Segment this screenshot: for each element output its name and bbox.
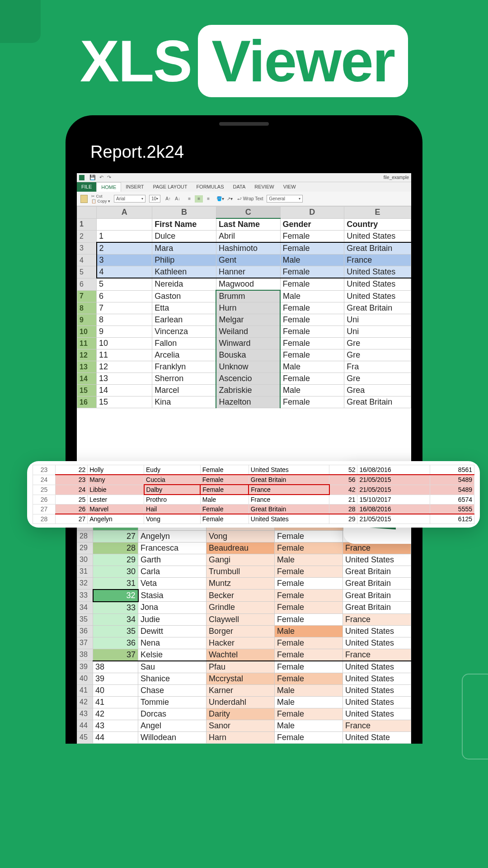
table-row[interactable]: 3938SauPfauFemaleUnited States	[77, 661, 411, 673]
table-row[interactable]: 4342DorcasDarityFemaleUnited States	[77, 708, 411, 720]
table-row[interactable]: 3029GarthGangiMaleUnited States	[77, 554, 411, 566]
title-viewer: Viewer	[198, 25, 408, 97]
ribbon-tabs: FILE HOME INSERT PAGE LAYOUT FORMULAS DA…	[77, 182, 411, 192]
table-row[interactable]: 1615KinaHazeltonFemaleGreat Britain	[77, 396, 411, 408]
bg-corner-accent	[0, 0, 41, 43]
quick-access-toolbar: 💾 ↶ ↷	[79, 175, 111, 180]
title-xls: XLS	[80, 28, 192, 94]
font-size-select[interactable]: 10	[149, 195, 160, 203]
col-header-e[interactable]: E	[344, 207, 411, 219]
table-row[interactable]: 2524LibbieDalbyFemaleFrance4221/05/20155…	[33, 485, 474, 495]
bg-ghost-outline	[462, 674, 488, 760]
excel-app: 💾 ↶ ↷ file_example FILE HOME INSERT PAGE…	[77, 173, 411, 744]
increase-font-icon[interactable]: A↑	[164, 195, 172, 203]
table-row[interactable]: 1413SherronAscencioFemaleGre	[77, 373, 411, 385]
col-header-b[interactable]: B	[152, 207, 216, 219]
table-row[interactable]: 2322HollyEudyFemaleUnited States5216/08/…	[33, 465, 474, 475]
table-row[interactable]: 4443AngelSanorMaleFrance	[77, 720, 411, 731]
paste-button[interactable]	[80, 195, 88, 203]
table-row[interactable]: 98EarleanMelgarFemaleUni	[77, 314, 411, 326]
table-row[interactable]: 2726MarvelHailFemaleGreat Britain2816/08…	[33, 505, 474, 514]
column-headers: A B C D E	[77, 207, 411, 219]
table-row[interactable]: 3231VetaMuntzFemaleGreat Britain	[77, 577, 411, 590]
table-row[interactable]: 4544WillodeanHarnFemaleUnited State	[77, 731, 411, 743]
table-row[interactable]: 3837KelsieWachtelFemaleFrance	[77, 649, 411, 661]
table-row[interactable]: 76GastonBrummMaleUnited States	[77, 290, 411, 302]
ribbon-tab-review[interactable]: REVIEW	[250, 182, 278, 192]
table-row[interactable]: 4039ShaniceMccrystalFemaleUnited States	[77, 673, 411, 684]
table-row[interactable]: 2827AngelynVongFemaleUnited States2921/0…	[33, 514, 474, 524]
phone-screen: Report.2k24 💾 ↶ ↷ file_example FILE HOME…	[77, 127, 411, 744]
number-format-select[interactable]: General	[267, 195, 303, 203]
table-row[interactable]: 2423ManyCucciaFemaleGreat Britain5621/05…	[33, 475, 474, 485]
table-row[interactable]: 1514MarcelZabriskieMaleGrea	[77, 385, 411, 396]
table-row[interactable]: 3130CarlaTrumbullFemaleGreat Britain	[77, 566, 411, 577]
fill-color-icon[interactable]: 🪣▾	[216, 195, 224, 203]
wrap-text-button[interactable]: ⮐ Wrap Text	[237, 196, 263, 201]
table-row[interactable]: 3433JonaGrindleFemaleGreat Britain	[77, 602, 411, 614]
file-title: Report.2k24	[77, 127, 411, 173]
table-row[interactable]: 1211ArceliaBouskaFemaleGre	[77, 349, 411, 361]
table-row[interactable]: 4140ChaseKarnerMaleUnited States	[77, 684, 411, 696]
workbook-filename: file_example	[384, 175, 409, 180]
copy-button[interactable]: 📋 Copy ▾	[91, 199, 110, 203]
col-header-d[interactable]: D	[280, 207, 344, 219]
table-row[interactable]: 3534JudieClaywellFemaleFrance	[77, 613, 411, 625]
table-row[interactable]: 3635DewittBorgerMaleUnited States	[77, 625, 411, 637]
redo-icon[interactable]: ↷	[107, 175, 111, 180]
excel-icon	[79, 175, 84, 180]
excel-titlebar: 💾 ↶ ↷ file_example	[77, 173, 411, 182]
table-row[interactable]: 3736NenaHackerFemaleUnited States	[77, 637, 411, 649]
save-icon[interactable]: 💾	[89, 175, 96, 180]
align-left-icon[interactable]: ≡	[185, 195, 193, 203]
phone-notch	[219, 122, 269, 126]
ribbon-tab-file[interactable]: FILE	[77, 182, 96, 192]
spreadsheet-upper[interactable]: A B C D E 1 First Name Last Name Gender …	[77, 206, 411, 408]
table-header-row[interactable]: 1 First Name Last Name Gender Country	[77, 218, 411, 231]
table-row[interactable]: 1312FranklynUnknowMaleFra	[77, 361, 411, 373]
ribbon-tab-home[interactable]: HOME	[96, 182, 121, 192]
ribbon-tab-view[interactable]: VIEW	[279, 182, 300, 192]
table-row[interactable]: 2625LesterProthroMaleFrance2115/10/20176…	[33, 495, 474, 505]
undo-icon[interactable]: ↶	[99, 175, 103, 180]
table-row[interactable]: 4241TommieUnderdahlMaleUnited States	[77, 696, 411, 708]
phone-mockup: Report.2k24 💾 ↶ ↷ file_example FILE HOME…	[66, 115, 422, 744]
table-row[interactable]: 87EttaHurnFemaleGreat Britain	[77, 302, 411, 314]
decrease-font-icon[interactable]: A↓	[174, 195, 182, 203]
ribbon-tab-data[interactable]: DATA	[229, 182, 250, 192]
table-row[interactable]: 43PhilipGentMaleFrance	[77, 255, 411, 266]
paste-icon	[80, 195, 88, 203]
ribbon-tab-insert[interactable]: INSERT	[121, 182, 148, 192]
col-header-a[interactable]: A	[97, 207, 152, 219]
cut-button[interactable]: ✂ Cut	[91, 194, 110, 198]
table-row[interactable]: 109VincenzaWeilandFemaleUni	[77, 326, 411, 338]
table-row[interactable]: 65NereidaMagwoodFemaleUnited States	[77, 278, 411, 290]
table-row[interactable]: 21DulceAbrilFemaleUnited States	[77, 231, 411, 243]
align-center-icon[interactable]: ≡	[195, 195, 203, 203]
table-row[interactable]: 1110FallonWinwardFemaleGre	[77, 338, 411, 349]
table-row[interactable]: 3332StasiaBeckerFemaleGreat Britain	[77, 590, 411, 602]
ribbon-tab-pagelayout[interactable]: PAGE LAYOUT	[148, 182, 192, 192]
table-row[interactable]: 32MaraHashimotoFemaleGreat Britain	[77, 242, 411, 255]
col-header-c[interactable]: C	[216, 207, 280, 219]
app-title: XLS Viewer	[0, 0, 488, 115]
table-row[interactable]: 54KathleenHannerFemaleUnited States	[77, 266, 411, 278]
orientation-icon[interactable]: ↗▾	[225, 195, 234, 203]
ribbon-home: ✂ Cut 📋 Copy ▾ Arial 10 A↑ A↓ ≡ ≡ ≡ 🪣▾ ↗…	[77, 192, 411, 206]
popout-preview: 2322HollyEudyFemaleUnited States5216/08/…	[27, 461, 480, 528]
ribbon-tab-formulas[interactable]: FORMULAS	[192, 182, 228, 192]
align-right-icon[interactable]: ≡	[204, 195, 212, 203]
font-select[interactable]: Arial	[114, 195, 145, 203]
